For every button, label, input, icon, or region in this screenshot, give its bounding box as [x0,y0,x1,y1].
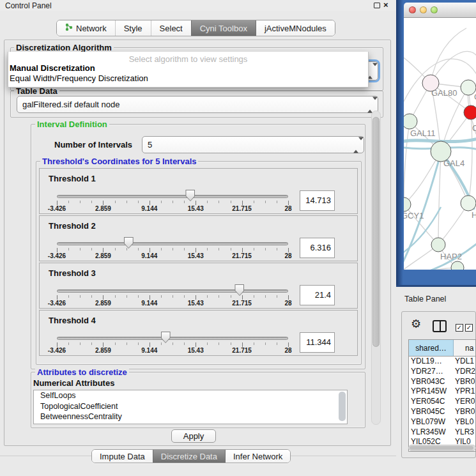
slider-tick [196,295,196,300]
gear-icon[interactable]: ⚙ [411,317,421,331]
slider-track[interactable] [57,337,288,340]
network-node-label: GAL80 [431,88,457,98]
slider-tick [127,248,127,250]
network-node[interactable] [451,261,464,270]
slider-tick [219,295,219,298]
table-row[interactable]: YLR345WYLR3 [409,427,475,438]
num-intervals-combo[interactable]: 5 [142,136,364,153]
table-rows: YDL19…YDL1YDR27…YDR2YBR043CYBR0YPR145WYP… [409,357,475,447]
slider-thumb[interactable] [124,237,134,249]
network-node[interactable] [404,197,411,211]
network-node[interactable] [431,238,445,252]
control-panel-title: Control Panel [5,1,52,10]
checkbox-columns-icon[interactable]: ✓ [465,324,473,332]
column-header-shared-name[interactable]: shared… [409,340,454,356]
threshold-value-field[interactable]: 14.713 [300,190,335,211]
tab-impute-data[interactable]: Impute Data [92,450,153,463]
slider-tick [265,295,266,298]
network-canvas[interactable]: GAL80GACGAL11GAL4GCY1HHAP2 [404,18,476,270]
slider-tick [173,295,173,298]
tab-jactivemnodules[interactable]: jActiveMNodules [256,20,335,36]
slider-tick [288,248,289,252]
table-row[interactable]: YER054CYER0 [409,397,475,407]
slider-tick-label: 15.43 [188,252,204,259]
table-panel: ⚙ ✓ ✓ shared… na YDL19…YDL1YDR27…YDR2YBR… [401,311,476,458]
column-header-name[interactable]: na [454,340,475,356]
slider-track[interactable] [57,242,288,245]
slider-thumb[interactable] [185,190,195,201]
panel-scrollbar-thumb[interactable] [372,117,380,347]
cell-name: YPR1 [454,387,475,397]
tab-label: Network [76,24,107,33]
slider-tick [115,201,116,203]
slider-tick [91,295,92,298]
minimize-traffic-light-icon[interactable] [420,6,427,13]
table-row[interactable]: YDL19…YDL1 [409,357,475,367]
slider-tick [138,201,139,203]
network-node-label: HAP2 [440,252,462,261]
network-node-label: GAL4 [443,158,464,168]
slider-tick [80,342,81,345]
slider-tick-label: 2.859 [95,205,111,212]
table-hscrollbar-thumb[interactable] [410,446,473,450]
slider-tick [80,248,81,250]
table-row[interactable]: YPR145WYPR1 [409,387,475,397]
slider-tick [265,248,266,250]
slider-tick [115,248,116,250]
table-data-combo[interactable]: galFiltered.sif default node [17,96,378,113]
tab-select[interactable]: Select [151,20,191,36]
table-row[interactable]: YBL079WYBL0 [409,417,475,427]
network-node[interactable] [461,196,476,211]
network-node[interactable] [464,105,476,119]
network-window-titlebar[interactable] [404,3,476,18]
tab-style[interactable]: Style [115,20,151,36]
zoom-traffic-light-icon[interactable] [431,6,438,13]
attribute-list-item[interactable]: BetweennessCentrality [34,411,347,422]
close-panel-icon[interactable]: × [383,0,388,10]
tab-discretize-data[interactable]: Discretize Data [153,450,225,463]
close-traffic-light-icon[interactable] [409,6,416,13]
table-row[interactable]: YDR27…YDR2 [409,367,475,377]
tab-network[interactable]: Network [57,20,115,36]
table-row[interactable]: YBR043CYBR0 [409,377,475,387]
slider-tick [103,248,104,252]
attribute-list-item[interactable]: TopologicalCoefficient [34,401,347,412]
network-node[interactable] [404,114,417,129]
cell-name: YDR2 [454,367,475,377]
slider-tick [91,201,92,203]
slider-tick [196,342,196,347]
attribute-list-item[interactable]: SelfLoops [34,390,347,401]
threshold-value-field[interactable]: 21.4 [300,285,335,305]
num-intervals-label: Number of Intervals [54,140,132,150]
table-hscrollbar-track[interactable] [408,445,476,451]
slider-tick-label: 9.144 [141,252,157,259]
slider-track[interactable] [57,289,288,293]
tab-label: jActiveMNodules [265,24,326,33]
algorithm-option[interactable]: Equal Width/Frequency Discretization [8,73,368,84]
slider-tick-label: 21.715 [232,347,252,354]
slider-tick [150,295,150,300]
slider-tick-label: 21.715 [232,205,252,212]
attributes-group-title: Attributes to discretize [35,367,129,377]
slider-track[interactable] [57,195,288,198]
slider-thumb[interactable] [161,332,171,343]
checkbox-columns-icon[interactable]: ✓ [456,324,463,332]
float-window-icon[interactable] [374,3,380,8]
slider-tick [231,342,231,345]
threshold-value-field[interactable]: 6.316 [300,238,335,258]
table-data-combo-value: galFiltered.sif default node [22,100,119,109]
split-view-icon[interactable] [433,320,447,332]
slider-tick [219,342,219,345]
tab-infer-network[interactable]: Infer Network [225,450,290,463]
slider-tick [103,295,104,300]
slider-tick [231,248,231,250]
slider-thumb[interactable] [234,284,244,296]
algorithm-option[interactable]: Manual Discretization [8,63,368,73]
slider-tick-label: 2.859 [95,300,111,307]
apply-button[interactable]: Apply [171,429,216,443]
slider-tick [91,342,92,345]
tab-cyni-toolbox[interactable]: Cyni Toolbox [191,20,256,36]
list-scrollbar-thumb[interactable] [339,392,346,421]
threshold-value-field[interactable]: 11.344 [300,332,335,353]
table-row[interactable]: YBR045CYBR0 [409,407,475,417]
